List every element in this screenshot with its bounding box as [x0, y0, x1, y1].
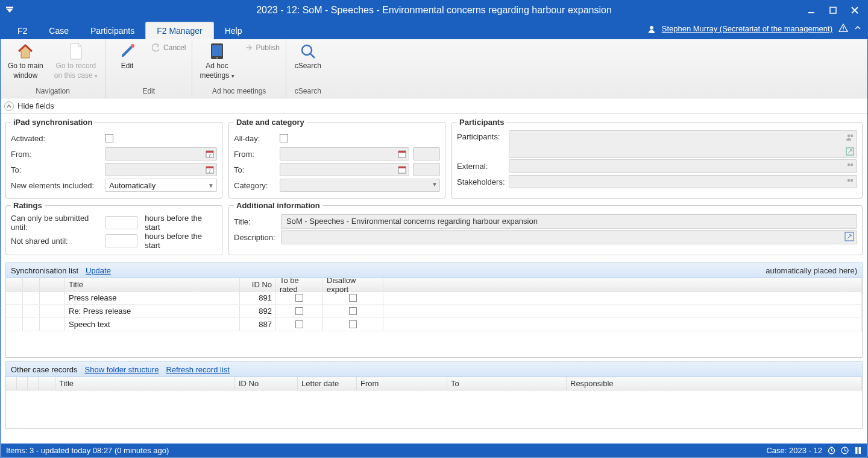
rate-checkbox[interactable]	[295, 320, 303, 328]
tab-f2[interactable]: F2	[7, 22, 38, 39]
arrow-right-icon	[244, 43, 254, 52]
svg-point-10	[302, 45, 312, 55]
fieldset-participants: Participants Participants: External: Sta…	[451, 118, 863, 199]
svg-rect-32	[855, 447, 858, 454]
title-input[interactable]: SoM - Speeches - Environmental concerns …	[281, 214, 857, 229]
time-from-input[interactable]	[413, 147, 440, 161]
minimize-button[interactable]	[806, 5, 817, 16]
svg-rect-2	[830, 7, 836, 13]
rate-checkbox[interactable]	[295, 307, 303, 315]
activated-checkbox[interactable]	[105, 134, 113, 142]
date-to-input[interactable]	[280, 163, 409, 176]
system-menu-icon[interactable]	[4, 5, 15, 16]
home-icon	[16, 42, 35, 61]
warning-icon[interactable]	[838, 23, 848, 34]
calendar-icon	[397, 149, 407, 159]
expand-icon[interactable]	[844, 232, 855, 243]
svg-rect-0	[6, 7, 13, 8]
participants-input[interactable]	[509, 130, 857, 158]
svg-point-9	[216, 57, 218, 59]
chevron-up-icon	[4, 101, 14, 111]
go-record-button: Go to record on this case ▾	[51, 40, 101, 81]
external-input[interactable]	[509, 159, 857, 173]
ribbon: Go to main window Go to record on this c…	[1, 39, 867, 98]
maximize-button[interactable]	[828, 5, 838, 16]
svg-point-25	[851, 164, 853, 166]
svg-rect-18	[398, 151, 406, 153]
people-icon[interactable]	[845, 161, 855, 171]
close-button[interactable]	[849, 5, 860, 16]
sync-list-table: Title ID No To be rated Disallow export …	[5, 278, 863, 358]
title-bar: 2023 - 12: SoM - Speeches - Environmenta…	[1, 1, 867, 20]
window-controls	[806, 5, 867, 16]
stakeholders-input[interactable]	[509, 175, 857, 188]
status-bar: Items: 3 - updated today 08:27 (0 minute…	[1, 444, 867, 457]
rate-checkbox[interactable]	[295, 294, 303, 302]
fieldset-additional-info: Additional information Title:SoM - Speec…	[228, 201, 863, 255]
svg-text:7: 7	[209, 169, 211, 173]
disallow-checkbox[interactable]	[349, 320, 357, 328]
clock-icon[interactable]	[840, 446, 849, 454]
people-icon[interactable]	[845, 132, 855, 142]
refresh-list-link[interactable]: Refresh record list	[166, 365, 229, 374]
adhoc-meetings-button[interactable]: Ad hoc meetings ▾	[196, 40, 237, 81]
tab-participants[interactable]: Participants	[80, 22, 145, 39]
csearch-button[interactable]: cSearch	[290, 40, 326, 72]
svg-rect-33	[858, 447, 861, 454]
window-title: 2023 - 12: SoM - Speeches - Environmenta…	[256, 5, 612, 16]
table-row[interactable]: Speech text887	[6, 318, 862, 331]
ribbon-group-edit: Edit	[109, 86, 188, 98]
svg-rect-15	[206, 167, 213, 168]
show-folder-link[interactable]: Show folder structure	[85, 365, 159, 374]
other-records-header: Other case records Show folder structure…	[5, 361, 863, 377]
time-to-input[interactable]	[413, 163, 440, 176]
svg-point-22	[851, 135, 853, 137]
share-hours-input[interactable]	[105, 234, 137, 247]
document-icon	[66, 42, 86, 61]
hide-fields-toggle[interactable]: Hide fields	[1, 98, 867, 114]
svg-point-21	[848, 135, 850, 137]
table-row[interactable]: Re: Press release892	[6, 305, 862, 318]
allday-checkbox[interactable]	[280, 134, 288, 142]
sync-list-header: Synchronisation list Update automaticall…	[5, 262, 863, 278]
ribbon-collapse-icon[interactable]	[854, 24, 861, 33]
people-icon[interactable]	[845, 177, 855, 186]
user-link[interactable]: Stephen Murray (Secretariat of the manag…	[662, 24, 832, 33]
sync-table-header: Title ID No To be rated Disallow export	[6, 278, 862, 291]
status-case: Case: 2023 - 12	[766, 446, 822, 455]
description-input[interactable]	[281, 230, 857, 244]
submit-hours-input[interactable]	[105, 216, 137, 229]
category-select[interactable]: ▼	[280, 179, 440, 192]
go-main-window-button[interactable]: Go to main window	[4, 40, 47, 81]
svg-rect-20	[398, 167, 406, 168]
svg-rect-1	[808, 12, 814, 13]
table-row[interactable]: Press release891	[6, 291, 862, 305]
timer-icon[interactable]	[827, 446, 835, 454]
update-link[interactable]: Update	[86, 266, 111, 275]
undo-icon	[151, 43, 161, 52]
calendar-icon	[397, 165, 407, 174]
pause-icon[interactable]	[854, 446, 862, 454]
svg-rect-30	[830, 447, 832, 448]
other-table-header: Title ID No Letter date From To Responsi…	[6, 377, 862, 390]
tab-f2-manager[interactable]: F2 Manager	[145, 22, 213, 39]
disallow-checkbox[interactable]	[349, 307, 357, 315]
chevron-down-icon: ▼	[432, 181, 438, 188]
svg-point-6	[131, 44, 134, 48]
new-elements-select[interactable]: Automatically▼	[105, 179, 217, 192]
expand-icon[interactable]	[845, 147, 855, 156]
svg-point-27	[851, 179, 853, 182]
svg-point-3	[650, 26, 653, 30]
publish-button: Publish	[242, 42, 282, 54]
ipad-to-input[interactable]: 7	[105, 163, 217, 176]
disallow-checkbox[interactable]	[349, 294, 357, 302]
other-records-table: Title ID No Letter date From To Responsi…	[5, 377, 863, 429]
ribbon-group-adhoc: Ad hoc meetings	[196, 86, 281, 98]
svg-rect-12	[206, 151, 213, 153]
ipad-from-input[interactable]: 7	[105, 147, 217, 161]
date-from-input[interactable]	[280, 147, 409, 161]
edit-button[interactable]: Edit	[109, 40, 145, 72]
fieldset-ipad-sync: iPad synchronisation Activated: From:7 T…	[5, 118, 222, 199]
tab-help[interactable]: Help	[214, 22, 253, 39]
tab-case[interactable]: Case	[38, 22, 80, 39]
